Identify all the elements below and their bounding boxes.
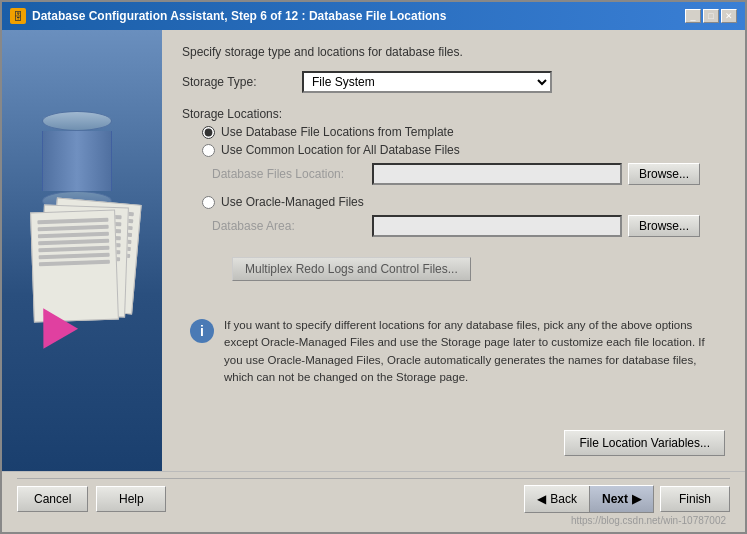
radio-oracle-input[interactable]	[202, 196, 215, 209]
radio-template-row: Use Database File Locations from Templat…	[202, 125, 725, 139]
db-area-label: Database Area:	[212, 219, 372, 233]
main-panel: Specify storage type and locations for d…	[162, 30, 745, 471]
storage-type-select[interactable]: File System Automatic Storage Management…	[302, 71, 552, 93]
back-arrow-icon: ◀	[537, 492, 546, 506]
title-bar: 🗄 Database Configuration Assistant, Step…	[2, 2, 745, 30]
next-label: Next	[602, 492, 628, 506]
storage-type-row: Storage Type: File System Automatic Stor…	[182, 71, 725, 93]
title-bar-buttons: _ □ ✕	[685, 9, 737, 23]
sidebar-illustration	[12, 101, 152, 461]
watermark: https://blog.csdn.net/win-10787002	[17, 513, 730, 528]
back-label: Back	[550, 492, 577, 506]
bottom-area: File Location Variables...	[182, 430, 725, 456]
radio-common-row: Use Common Location for All Database Fil…	[202, 143, 725, 157]
storage-type-select-wrapper: File System Automatic Storage Management…	[302, 71, 552, 93]
cancel-button[interactable]: Cancel	[17, 486, 88, 512]
doc-front	[30, 210, 119, 323]
multiplex-btn[interactable]: Multiplex Redo Logs and Control Files...	[232, 257, 471, 281]
next-button[interactable]: Next ▶	[590, 486, 653, 512]
radio-oracle-row: Use Oracle-Managed Files	[202, 195, 725, 209]
db-files-location-input[interactable]	[372, 163, 622, 185]
bottom-nav: Cancel Help ◀ Back Next ▶ Finish https:/…	[2, 471, 745, 532]
back-button[interactable]: ◀ Back	[525, 486, 590, 512]
multiplex-btn-row: Multiplex Redo Logs and Control Files...	[202, 249, 725, 291]
title-bar-left: 🗄 Database Configuration Assistant, Step…	[10, 8, 446, 24]
storage-type-label: Storage Type:	[182, 75, 302, 89]
cylinder-top	[42, 111, 112, 131]
cylinder-body	[42, 131, 112, 191]
info-text: If you want to specify different locatio…	[224, 317, 717, 386]
db-area-input[interactable]	[372, 215, 622, 237]
info-box: i If you want to specify different locat…	[182, 309, 725, 394]
back-next-group: ◀ Back Next ▶	[524, 485, 654, 513]
sidebar	[2, 30, 162, 471]
db-files-location-row: Database Files Location: Browse...	[212, 163, 725, 185]
help-button[interactable]: Help	[96, 486, 166, 512]
db-area-row: Database Area: Browse...	[212, 215, 725, 237]
main-window: 🗄 Database Configuration Assistant, Step…	[0, 0, 747, 534]
minimize-button[interactable]: _	[685, 9, 701, 23]
radio-common-input[interactable]	[202, 144, 215, 157]
maximize-button[interactable]: □	[703, 9, 719, 23]
app-icon: 🗄	[10, 8, 26, 24]
file-location-btn-row: File Location Variables...	[182, 430, 725, 456]
window-content: Specify storage type and locations for d…	[2, 30, 745, 471]
info-icon: i	[190, 319, 214, 343]
nav-buttons: Cancel Help ◀ Back Next ▶ Finish	[17, 478, 730, 513]
radio-oracle-label: Use Oracle-Managed Files	[221, 195, 364, 209]
radio-template-input[interactable]	[202, 126, 215, 139]
next-arrow-icon: ▶	[632, 492, 641, 506]
description-text: Specify storage type and locations for d…	[182, 45, 725, 59]
radio-common-label: Use Common Location for All Database Fil…	[221, 143, 460, 157]
storage-locations-label: Storage Locations:	[182, 107, 725, 121]
browse-btn-2[interactable]: Browse...	[628, 215, 700, 237]
nav-right: ◀ Back Next ▶ Finish	[524, 485, 730, 513]
file-location-variables-btn[interactable]: File Location Variables...	[564, 430, 725, 456]
nav-left: Cancel Help	[17, 486, 166, 512]
radio-template-label: Use Database File Locations from Templat…	[221, 125, 454, 139]
database-cylinder-icon	[42, 111, 112, 191]
browse-btn-1[interactable]: Browse...	[628, 163, 700, 185]
window-title: Database Configuration Assistant, Step 6…	[32, 9, 446, 23]
finish-button[interactable]: Finish	[660, 486, 730, 512]
db-files-location-label: Database Files Location:	[212, 167, 372, 181]
close-button[interactable]: ✕	[721, 9, 737, 23]
